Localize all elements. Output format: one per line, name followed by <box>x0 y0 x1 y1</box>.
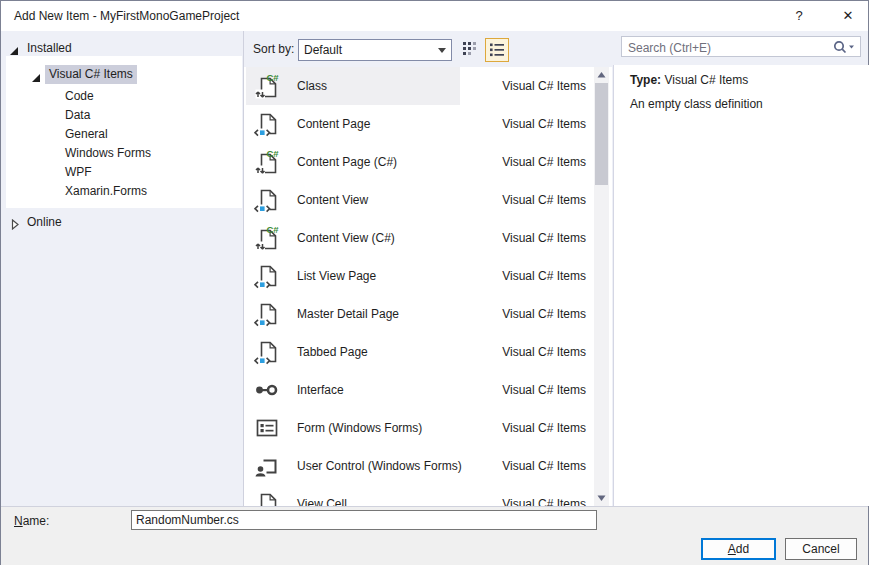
user-control-icon <box>253 452 281 480</box>
template-name: Form (Windows Forms) <box>297 421 422 435</box>
name-label: Name: <box>14 514 49 528</box>
template-name: Tabbed Page <box>297 345 368 359</box>
template-type: Visual C# Items <box>502 117 586 131</box>
tree-item-code[interactable]: Code <box>65 87 240 106</box>
template-list-item[interactable]: Tabbed PageVisual C# Items <box>244 333 612 371</box>
search-icon[interactable] <box>831 39 857 55</box>
svg-text:C#: C# <box>267 148 280 159</box>
template-name: Master Detail Page <box>297 307 399 321</box>
collapsed-triangle-icon <box>10 217 20 227</box>
template-type: Visual C# Items <box>502 307 586 321</box>
template-type: Visual C# Items <box>502 79 586 93</box>
cancel-button[interactable]: Cancel <box>785 538 857 560</box>
template-name: List View Page <box>297 269 376 283</box>
scroll-down-icon[interactable] <box>594 490 609 506</box>
svg-text:C#: C# <box>267 72 280 83</box>
template-list-item[interactable]: View CellVisual C# Items <box>244 485 612 506</box>
template-type: Visual C# Items <box>502 383 586 397</box>
tree-item-general[interactable]: General <box>65 125 240 144</box>
template-list-item[interactable]: Content PageVisual C# Items <box>244 105 612 143</box>
csharp-file-icon: C# <box>253 224 281 252</box>
tree-item-xamarin-forms[interactable]: Xamarin.Forms <box>65 182 240 201</box>
small-icons-view-button[interactable] <box>458 38 482 62</box>
sort-by-dropdown[interactable]: Default <box>298 39 452 61</box>
search-box <box>621 36 861 57</box>
template-name: Content View (C#) <box>297 231 395 245</box>
expanded-triangle-icon <box>31 70 41 80</box>
small-icons-view-icon <box>458 38 482 60</box>
details-pane: Type: Visual C# Items An empty class def… <box>613 65 869 506</box>
title-bar: Add New Item - MyFirstMonoGameProject ? … <box>1 1 868 31</box>
xaml-page-icon <box>253 186 281 214</box>
interface-icon <box>253 376 281 404</box>
scroll-up-icon[interactable] <box>594 67 609 83</box>
search-input[interactable] <box>626 38 830 57</box>
template-list-item[interactable]: User Control (Windows Forms)Visual C# It… <box>244 447 612 485</box>
template-name: Interface <box>297 383 344 397</box>
template-list-item[interactable]: Content ViewVisual C# Items <box>244 181 612 219</box>
xaml-page-icon <box>253 300 281 328</box>
template-list-item[interactable]: C# ClassVisual C# Items <box>244 67 612 105</box>
close-button[interactable]: ✕ <box>826 1 869 31</box>
template-type: Visual C# Items <box>502 193 586 207</box>
installed-label: Installed <box>27 39 72 57</box>
xaml-page-icon <box>253 490 281 506</box>
xaml-page-icon <box>253 110 281 138</box>
scrollbar-thumb[interactable] <box>595 83 608 185</box>
template-name: Content Page (C#) <box>297 155 397 169</box>
template-list-item[interactable]: C# Content View (C#)Visual C# Items <box>244 219 612 257</box>
template-type: Visual C# Items <box>502 345 586 359</box>
online-label: Online <box>27 213 62 231</box>
add-button[interactable]: Add <box>701 538 776 560</box>
sort-by-label: Sort by: <box>253 42 294 56</box>
type-label: Type: <box>630 73 661 87</box>
template-list-item[interactable]: List View PageVisual C# Items <box>244 257 612 295</box>
template-name: Content View <box>297 193 368 207</box>
template-list: C# ClassVisual C# Items Content PageVisu… <box>244 67 612 506</box>
csharp-file-icon: C# <box>253 72 281 100</box>
tree-item-windows-forms[interactable]: Windows Forms <box>65 144 240 163</box>
template-type: Visual C# Items <box>502 421 586 435</box>
tree-item-data[interactable]: Data <box>65 106 240 125</box>
sort-by-value: Default <box>304 43 342 57</box>
template-type: Visual C# Items <box>502 497 586 506</box>
xaml-page-icon <box>253 338 281 366</box>
list-scrollbar[interactable] <box>594 67 609 506</box>
tree-item-visual-csharp-items[interactable]: Visual C# Items <box>1 65 243 84</box>
add-new-item-dialog: Add New Item - MyFirstMonoGameProject ? … <box>0 0 869 565</box>
svg-text:C#: C# <box>267 224 280 235</box>
template-list-item[interactable]: Form (Windows Forms)Visual C# Items <box>244 409 612 447</box>
form-icon <box>253 414 281 442</box>
help-button[interactable]: ? <box>777 1 821 31</box>
csharp-file-icon: C# <box>253 148 281 176</box>
tree-root-label: Visual C# Items <box>45 65 137 84</box>
template-type: Visual C# Items <box>502 155 586 169</box>
template-type: Visual C# Items <box>502 459 586 473</box>
template-name: View Cell <box>297 497 347 506</box>
template-list-item[interactable]: C# Content Page (C#)Visual C# Items <box>244 143 612 181</box>
expanded-triangle-icon <box>9 43 19 53</box>
template-description: An empty class definition <box>630 97 763 111</box>
chevron-down-icon <box>438 48 446 53</box>
template-type: Visual C# Items <box>502 269 586 283</box>
list-view-icon <box>486 39 508 61</box>
dialog-title: Add New Item - MyFirstMonoGameProject <box>14 9 239 23</box>
template-name: Content Page <box>297 117 370 131</box>
tree-item-online[interactable]: Online <box>1 213 243 231</box>
tree-item-installed[interactable]: Installed <box>1 39 243 57</box>
template-list-item[interactable]: InterfaceVisual C# Items <box>244 371 612 409</box>
tree-children: CodeDataGeneralWindows FormsWPFXamarin.F… <box>65 87 240 201</box>
footer-bar: Name: Add Cancel <box>1 506 868 565</box>
template-type: Visual C# Items <box>502 231 586 245</box>
type-value: Visual C# Items <box>664 73 748 87</box>
tree-item-wpf[interactable]: WPF <box>65 163 240 182</box>
list-view-button[interactable] <box>485 38 509 62</box>
template-name: User Control (Windows Forms) <box>297 459 462 473</box>
template-type-row: Type: Visual C# Items <box>630 73 748 87</box>
name-input[interactable] <box>131 510 597 530</box>
xaml-page-icon <box>253 262 281 290</box>
template-list-item[interactable]: Master Detail PageVisual C# Items <box>244 295 612 333</box>
template-name: Class <box>297 79 327 93</box>
